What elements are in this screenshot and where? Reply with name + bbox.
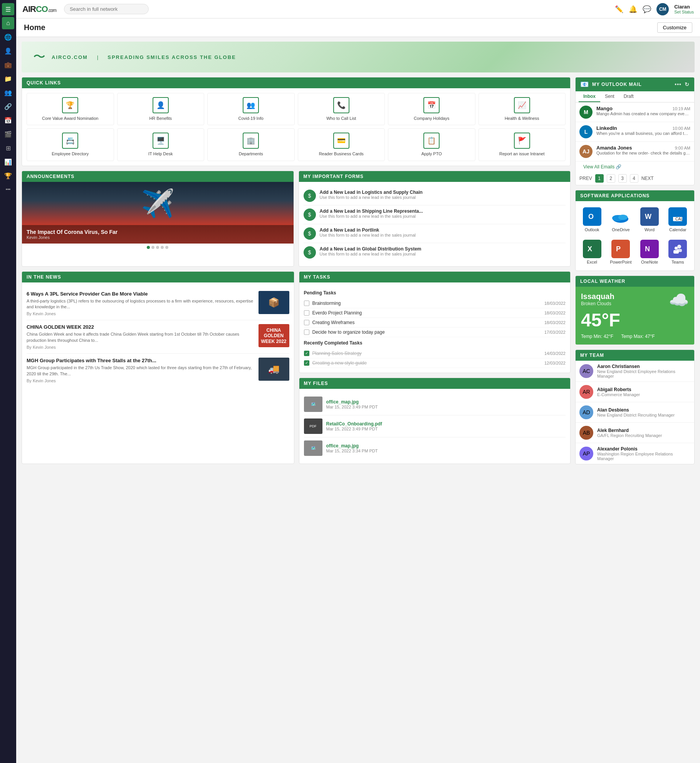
- dot-4[interactable]: [161, 246, 164, 249]
- covid-icon: 👥: [243, 97, 259, 113]
- bell-icon[interactable]: 🔔: [629, 5, 637, 13]
- dot-2[interactable]: [151, 246, 154, 249]
- quick-link-health[interactable]: 📈 Health & Wellness: [478, 93, 566, 125]
- quick-link-directory[interactable]: 📇 Employee Directory: [27, 128, 114, 161]
- team-member-alan[interactable]: AD Alan Desbiens New England District Re…: [576, 402, 694, 423]
- form-item-1[interactable]: $ Add a New Lead in Logistics and Supply…: [304, 187, 566, 205]
- app-onenote[interactable]: N OneNote: [637, 237, 662, 267]
- report-icon: 🚩: [514, 133, 530, 149]
- banner-logo-icon: 〜: [33, 49, 45, 66]
- mail-avatar-linkedin: L: [579, 125, 593, 138]
- quick-link-core-value[interactable]: 🏆 Core Value Award Nomination: [27, 93, 114, 125]
- team-member-alexander[interactable]: AP Alexander Polonis Washington Region E…: [576, 443, 694, 464]
- chat-icon[interactable]: 💬: [643, 5, 651, 13]
- mail-item-mango[interactable]: M Mango 10:19 AM Mango Admin has created…: [576, 103, 694, 122]
- svg-text:X: X: [588, 245, 592, 253]
- mail-item-linkedin[interactable]: L LinkedIn 10:00 AM When you're a small …: [576, 122, 694, 142]
- task-check-6[interactable]: ✓: [304, 360, 309, 366]
- sidebar-people[interactable]: 👥: [2, 86, 14, 99]
- team-member-aaron[interactable]: AC Aaron Christiansen New England Distri…: [576, 361, 694, 382]
- sidebar-more[interactable]: •••: [2, 183, 14, 196]
- tab-sent[interactable]: Sent: [600, 91, 619, 102]
- task-check-3[interactable]: [304, 320, 309, 325]
- quick-links-body: 🏆 Core Value Award Nomination 👤 HR Benef…: [22, 88, 570, 166]
- task-label-6: Creating a new style guide: [312, 360, 541, 366]
- sidebar-folder[interactable]: 📁: [2, 72, 14, 85]
- news-desc-3: MGH Group participated in the 27th Us Tr…: [27, 365, 255, 377]
- sidebar-network[interactable]: 🔗: [2, 100, 14, 113]
- news-item-1[interactable]: 6 Ways A 3PL Service Provider Can Be Mor…: [27, 287, 289, 321]
- file-name-2[interactable]: RetailCo_Onboarding.pdf: [326, 421, 382, 427]
- quick-links-grid: 🏆 Core Value Award Nomination 👤 HR Benef…: [27, 93, 566, 161]
- task-check-5[interactable]: ✓: [304, 351, 309, 356]
- mail-more-icon[interactable]: •••: [675, 81, 682, 87]
- app-onedrive[interactable]: OneDrive: [608, 205, 634, 234]
- mail-item-amanda[interactable]: AJ Amanda Jones 9:00 AM Quotation for th…: [576, 142, 694, 161]
- app-calendar[interactable]: CAL Calendar: [665, 205, 690, 234]
- sidebar-calendar[interactable]: 📅: [2, 114, 14, 126]
- hr-label: HR Benefits: [149, 116, 172, 121]
- search-input[interactable]: [64, 4, 149, 14]
- task-check-4[interactable]: [304, 329, 309, 335]
- sidebar-briefcase[interactable]: 💼: [2, 59, 14, 71]
- onenote-icon: N: [640, 240, 659, 258]
- dot-3[interactable]: [156, 246, 159, 249]
- app-teams[interactable]: Teams: [665, 237, 690, 267]
- mail-sender-amanda: Amanda Jones: [596, 145, 632, 151]
- tab-inbox[interactable]: Inbox: [579, 91, 600, 102]
- team-member-abigail[interactable]: AR Abigail Roberts E-Commerce Manager: [576, 382, 694, 402]
- quick-link-pto[interactable]: 📋 Apply PTO: [388, 128, 475, 161]
- app-excel[interactable]: X Excel: [579, 237, 604, 267]
- svg-text:P: P: [616, 245, 621, 253]
- sidebar-chart[interactable]: 📊: [2, 156, 14, 168]
- app-powerpoint[interactable]: P PowerPoint: [608, 237, 634, 267]
- quick-link-holidays[interactable]: 📅 Company Holidays: [388, 93, 475, 125]
- app-word[interactable]: W Word: [637, 205, 662, 234]
- quick-link-reader[interactable]: 💳 Reader Business Cards: [298, 128, 385, 161]
- quick-link-it[interactable]: 🖥️ IT Help Desk: [117, 128, 205, 161]
- sidebar-person[interactable]: 👤: [2, 45, 14, 57]
- file-name-1[interactable]: office_map.jpg: [326, 399, 378, 405]
- dot-5[interactable]: [165, 246, 168, 249]
- dot-1[interactable]: [147, 246, 150, 249]
- announcements-title: ANNOUNCEMENTS: [27, 174, 74, 179]
- sidebar-grid[interactable]: ⊞: [2, 142, 14, 154]
- form-item-4[interactable]: $ Add a New Lead in Global Distribution …: [304, 243, 566, 262]
- team-role-alek: GA/FL Region Recruiting Manager: [597, 433, 662, 438]
- carousel-dots: [22, 244, 294, 251]
- tab-draft[interactable]: Draft: [619, 91, 638, 102]
- news-item-2[interactable]: CHINA GOLDEN WEEK 2022 China Golden Week…: [27, 320, 289, 354]
- app-outlook[interactable]: O Outlook: [579, 205, 604, 234]
- quick-link-covid[interactable]: 👥 Covid-19 Info: [207, 93, 295, 125]
- sidebar-globe[interactable]: 🌐: [2, 31, 14, 43]
- edit-icon[interactable]: ✏️: [615, 5, 623, 13]
- hamburger-menu[interactable]: ☰: [2, 3, 14, 15]
- task-check-1[interactable]: [304, 301, 309, 306]
- announcements-forms-row: ANNOUNCEMENTS ✈️ The Impact Of Corona Vi…: [22, 171, 571, 267]
- customize-button[interactable]: Customize: [657, 22, 692, 33]
- sidebar-home[interactable]: ⌂: [2, 17, 14, 29]
- mail-page-1[interactable]: 1: [595, 174, 604, 183]
- form-item-3[interactable]: $ Add a New Lead in Portlink Use this fo…: [304, 224, 566, 243]
- form-item-2[interactable]: $ Add a New Lead in Shipping Line Repres…: [304, 205, 566, 224]
- mail-next[interactable]: NEXT: [641, 176, 654, 181]
- team-member-alek[interactable]: AB Alek Bernhard GA/FL Region Recruiting…: [576, 423, 694, 443]
- mail-refresh-icon[interactable]: ↻: [685, 81, 690, 87]
- sidebar-trophy[interactable]: 🏆: [2, 170, 14, 182]
- quick-link-who-to-call[interactable]: 📞 Who to Call List: [298, 93, 385, 125]
- view-all-emails-link[interactable]: View All Emails 🔗: [579, 162, 625, 172]
- sidebar-video[interactable]: 🎬: [2, 128, 14, 140]
- user-avatar[interactable]: CM: [656, 3, 669, 15]
- mail-page-2[interactable]: 2: [607, 174, 615, 183]
- set-status-link[interactable]: Set Status: [674, 10, 694, 14]
- news-item-3[interactable]: MGH Group Participates with Three Stalls…: [27, 354, 289, 387]
- mail-prev[interactable]: PREV: [579, 176, 592, 181]
- file-name-3[interactable]: office_map.jpg: [326, 443, 378, 449]
- quick-link-departments[interactable]: 🏢 Departments: [207, 128, 295, 161]
- task-check-2[interactable]: [304, 310, 309, 316]
- task-date-6: 12/03/2022: [544, 361, 566, 365]
- mail-page-3[interactable]: 3: [618, 174, 627, 183]
- mail-page-4[interactable]: 4: [630, 174, 638, 183]
- quick-link-report[interactable]: 🚩 Report an issue Intranet: [478, 128, 566, 161]
- quick-link-hr[interactable]: 👤 HR Benefits: [117, 93, 205, 125]
